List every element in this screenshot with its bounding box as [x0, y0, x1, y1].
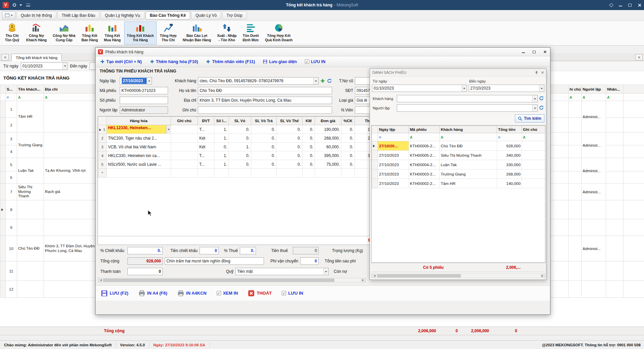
chevron-down-icon[interactable] — [532, 95, 537, 102]
items-grid-row[interactable]: 2TNC330, Tiger nâu chai 2...Két1.0.0.0.0… — [98, 134, 385, 143]
filter-cell[interactable]: A — [44, 94, 98, 101]
khach-hang-combo[interactable]: cteo, Chú Tèo ĐĐ, 0914578829- 0780247997… — [198, 77, 319, 85]
print-a4-button[interactable]: IN A4 (F6) — [139, 290, 167, 297]
so-phieu-input[interactable] — [120, 97, 168, 104]
ribbon-button-1[interactable]: Công NợKhách Hàng — [23, 21, 49, 45]
ribbon-button-8[interactable]: Xuất - Nhập- Tồn Kho — [214, 21, 239, 45]
scroll-left-icon[interactable] — [372, 274, 376, 278]
filter-cell[interactable] — [0, 94, 6, 101]
items-grid-column-7[interactable]: KM — [303, 117, 315, 125]
filter-cell[interactable]: A — [409, 133, 440, 141]
thanh-toan-input[interactable]: 0 — [127, 268, 163, 275]
nguoi-lap-input[interactable]: Administrator — [120, 106, 168, 114]
receipt-row[interactable]: 27/10/2023KTH00004-2...Luận Tak330,000 — [372, 160, 546, 169]
tong-cong-input[interactable]: 928,000 — [127, 257, 163, 265]
panel-header[interactable]: DANH SÁCH PHIẾU — [370, 69, 546, 77]
panel-horizontal-scrollbar[interactable] — [371, 273, 545, 278]
chevron-down-icon[interactable] — [62, 63, 67, 69]
add-item-button[interactable]: Thêm hàng hóa (F10) — [150, 59, 198, 64]
fullscreen-icon[interactable] — [606, 0, 616, 10]
search-button[interactable]: Tìm kiếm — [515, 114, 544, 122]
panel-nguoi-lap-combo[interactable] — [397, 104, 538, 112]
filter-cell[interactable]: A — [17, 94, 44, 101]
receipt-row[interactable]: 27/10/2023KTH00003-2...Trường Giang268,0… — [372, 169, 546, 179]
quy-combo[interactable]: Tiền mặt — [235, 268, 329, 275]
luu-in-checkbox-bottom[interactable]: ✓ LƯU IN — [282, 291, 303, 296]
save-button[interactable]: LƯU (F2) — [101, 290, 128, 297]
ribbon-button-10[interactable]: Tổng Hợp KếtQuả Kinh Doanh — [262, 21, 295, 45]
dia-chi-input[interactable]: Khóm 3, TT Đầm Dơi, Huyện Phước Long, Cà… — [198, 97, 332, 104]
chevron-down-icon[interactable] — [532, 105, 537, 111]
items-grid-row[interactable]: 3VCB, Vỏ chai bia Việt NamKét0.1.0.0.0.6… — [98, 143, 385, 151]
items-grid-column-9[interactable]: %CK — [341, 117, 355, 125]
items-grid-row[interactable]: 5NSLV500, Nước suối Lavie ...T...1.0.0.0… — [98, 160, 385, 169]
grid-view-button[interactable] — [2, 11, 15, 19]
receipt-grid-column-0[interactable]: Ngày lập — [378, 126, 409, 133]
report-column-header[interactable]: S... — [6, 85, 17, 94]
ribbon-button-5[interactable]: Tổng Kết KháchTrả Hàng — [124, 21, 157, 45]
chevron-down-icon[interactable] — [323, 268, 328, 275]
chevron-down-icon[interactable] — [313, 78, 318, 84]
items-grid-column-0[interactable]: Hàng hóa — [107, 117, 171, 125]
receipt-row[interactable]: 27/10/2023KTH00002-2...Tâm HR140,000 — [372, 179, 546, 188]
ribbon-button-3[interactable]: Tổng KếtBán Hàng — [79, 21, 101, 45]
exit-button[interactable]: THOÁT — [248, 290, 272, 297]
ghi-chu-input[interactable] — [198, 106, 332, 114]
ma-phieu-input[interactable]: KTH00006-271023 — [120, 87, 168, 94]
items-grid-row[interactable]: 1HKL12330, Heineken...T...1.0.0.0.0.190,… — [98, 125, 385, 134]
report-column-header[interactable]: Tên khách... — [17, 85, 44, 94]
thue-amt-input[interactable]: 0 — [293, 247, 319, 254]
dialog-minimize-button[interactable] — [520, 49, 526, 55]
create-new-button[interactable]: Tạo mới (Ctrl + N) — [100, 59, 142, 64]
save-layout-button[interactable]: Lưu giao diện — [263, 59, 297, 64]
luu-in-checkbox[interactable]: ✓ LƯU IN — [305, 59, 325, 64]
scroll-right-icon[interactable] — [540, 274, 545, 278]
panel-from-date-input[interactable]: 01/10/2023 — [372, 85, 467, 92]
focused-item-cell[interactable]: HKL12330, Heineken... — [107, 125, 171, 134]
filter-cell[interactable]: A — [522, 133, 546, 141]
receipt-row[interactable]: 27/10/20...KTH00006-2...Chú Tèo ĐĐ928,00… — [372, 141, 546, 151]
receipt-grid-column-4[interactable]: Ghi chú — [522, 126, 546, 133]
scrollbar-thumb[interactable] — [377, 274, 461, 278]
ck-amt-input[interactable]: 0 — [200, 247, 219, 254]
customize-toolbar-icon[interactable] — [26, 4, 30, 6]
from-date-input[interactable]: 01/10/2023 — [21, 62, 68, 70]
menu-tab-1[interactable]: Thiết Lập Ban Đầu — [57, 11, 100, 19]
items-grid-column-1[interactable]: Ghi chú — [171, 117, 198, 125]
scrollbar-thumb[interactable] — [103, 279, 334, 282]
thue-pct-input[interactable]: 0. — [240, 247, 256, 254]
report-column-header[interactable]: Địa chỉ — [44, 85, 98, 94]
ribbon-button-6[interactable]: Tổng HợpThu Chi — [157, 21, 179, 45]
report-column-header[interactable]: hi chú — [569, 85, 582, 94]
ck-pct-input[interactable]: 0. — [127, 247, 163, 254]
filter-cell[interactable]: = — [378, 133, 409, 141]
receipt-row[interactable]: 27/10/2023KTH00005-2...Siêu Thị Mường Th… — [372, 151, 546, 160]
ngay-lap-input[interactable]: 27/10/2023 — [120, 77, 152, 85]
menu-tab-4[interactable]: Quản Lý Vỏ — [191, 11, 221, 19]
panel-khach-hang-combo[interactable] — [397, 95, 538, 102]
dialog-close-button[interactable] — [542, 49, 548, 55]
ribbon-button-4[interactable]: Tổng KếtMua Hàng — [101, 21, 123, 45]
scroll-left-icon[interactable] — [98, 278, 103, 282]
menu-tab-3[interactable]: Báo Cáo Thống Kê — [146, 11, 190, 19]
filter-cell[interactable]: A — [606, 94, 624, 101]
items-grid-column-3[interactable]: Số l... — [214, 117, 229, 125]
close-all-tabs-button[interactable] — [635, 54, 643, 60]
receipt-grid-column-1[interactable]: Mã phiếu — [409, 126, 440, 133]
ribbon-button-9[interactable]: Tồn DướiĐịnh Mức — [240, 21, 261, 45]
ribbon-button-0[interactable]: $Thu ChiTồn Quỹ — [1, 21, 23, 45]
quick-access-icon[interactable] — [13, 3, 16, 7]
ribbon-button-2[interactable]: Công Nợ NhàCung Cấp — [50, 21, 78, 45]
items-grid-column-6[interactable]: SL Vỏ Thế — [277, 117, 303, 125]
scroll-right-icon[interactable] — [361, 278, 366, 282]
menu-tab-0[interactable]: Quản trị hệ thống — [16, 11, 56, 19]
chevron-down-icon[interactable] — [19, 4, 22, 7]
report-column-header[interactable]: Người lập — [582, 85, 606, 94]
tab-tong-ket-khach-tra-hang[interactable]: Tổng kết khách trả hàng — [11, 54, 62, 61]
ho-ten-input[interactable]: Chú Tèo ĐĐ — [198, 87, 332, 94]
close-button[interactable] — [635, 0, 644, 10]
close-tab-button[interactable] — [1, 54, 9, 60]
receipt-grid-column-3[interactable]: Tổng tiền — [497, 126, 522, 133]
filter-cell[interactable]: A — [569, 94, 582, 101]
in-words-input[interactable]: Chín trăm hai mươi tám nghìn đồng — [165, 257, 264, 265]
